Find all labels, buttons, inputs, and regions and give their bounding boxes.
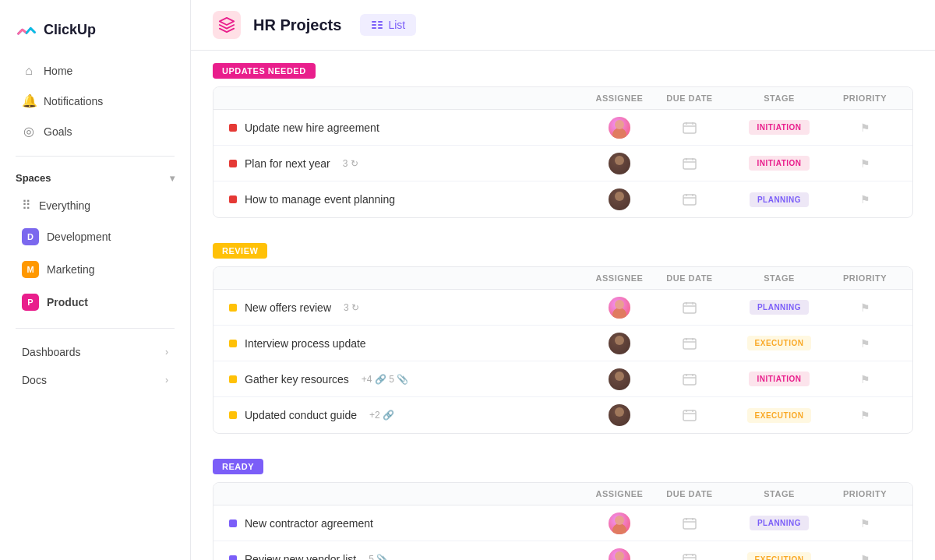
assignee-cell — [588, 548, 651, 560]
task-name-cell: How to manage event planning — [226, 185, 588, 213]
assignee-cell — [588, 117, 651, 139]
due-date-cell[interactable] — [651, 517, 729, 530]
due-date-cell[interactable] — [651, 409, 729, 421]
flag-icon: ⚑ — [860, 122, 870, 134]
priority-cell: ⚑ — [830, 373, 900, 386]
priority-cell: ⚑ — [830, 301, 900, 314]
table-row[interactable]: New offers review 3 ↻ PLANNING ⚑ — [213, 290, 912, 326]
clickup-logo-icon — [16, 19, 37, 41]
sidebar-divider-2 — [16, 328, 175, 329]
sidebar-item-goals[interactable]: ◎ Goals — [6, 117, 184, 146]
svg-rect-22 — [683, 339, 696, 349]
sidebar-item-home[interactable]: ⌂ Home — [6, 57, 184, 85]
review-badge: REVIEW — [213, 243, 267, 259]
spaces-section-header[interactable]: Spaces ▾ — [0, 166, 190, 190]
stage-badge: PLANNING — [750, 300, 809, 315]
sidebar-dashboards-label: Dashboards — [22, 346, 81, 358]
sidebar-item-notifications[interactable]: 🔔 Notifications — [6, 86, 184, 115]
stage-badge: PLANNING — [750, 516, 809, 530]
group-review: REVIEW ASSIGNEE DUE DATE STAGE PRIORITY … — [213, 243, 913, 434]
sidebar: ClickUp ⌂ Home 🔔 Notifications ◎ Goals S… — [0, 0, 191, 560]
priority-dot-yellow — [229, 304, 237, 312]
task-name-cell: New offers review 3 ↻ — [226, 294, 588, 322]
due-date-cell[interactable] — [651, 301, 729, 314]
table-row[interactable]: Update new hire agreement INITIATION ⚑ — [213, 110, 912, 146]
col-task — [226, 267, 588, 289]
list-view-tab[interactable]: List — [360, 14, 416, 36]
task-name-cell: Gather key resources +4 🔗 5 📎 — [226, 365, 588, 393]
main-content: HR Projects List UPDATES NEEDED ASSIGNE — [191, 0, 935, 560]
task-name-cell: Update new hire agreement — [226, 114, 588, 142]
svg-rect-5 — [378, 27, 383, 29]
group-header-review: REVIEW — [213, 243, 913, 259]
task-name: New offers review — [245, 301, 331, 314]
due-date-cell[interactable] — [651, 193, 729, 206]
sidebar-item-development[interactable]: D Development — [6, 221, 184, 252]
svg-rect-30 — [683, 410, 696, 421]
priority-cell: ⚑ — [830, 193, 900, 206]
due-date-cell[interactable] — [651, 337, 729, 350]
col-priority-3: PRIORITY — [830, 483, 900, 505]
priority-dot-blue — [229, 555, 237, 560]
project-icon — [213, 11, 241, 39]
avatar — [609, 548, 630, 560]
top-bar: HR Projects List — [191, 0, 935, 51]
col-due-date-2: DUE DATE — [651, 267, 729, 289]
sidebar-item-marketing[interactable]: M Marketing — [6, 254, 184, 285]
flag-icon: ⚑ — [860, 337, 870, 350]
assignee-cell — [588, 188, 651, 210]
marketing-badge: M — [22, 261, 39, 278]
stage-cell: EXECUTION — [729, 552, 830, 561]
task-name-cell: Review new vendor list 5 📎 — [226, 545, 588, 560]
sidebar-item-notifications-label: Notifications — [44, 95, 103, 107]
group-header-updates: UPDATES NEEDED — [213, 63, 913, 79]
stage-cell: INITIATION — [729, 120, 830, 135]
group-ready: READY ASSIGNEE DUE DATE STAGE PRIORITY N… — [213, 459, 913, 560]
priority-dot-yellow — [229, 340, 237, 347]
sidebar-item-docs[interactable]: Docs › — [6, 367, 184, 393]
chevron-right-icon: › — [165, 347, 168, 357]
stage-badge: INITIATION — [749, 120, 809, 135]
avatar — [609, 117, 630, 139]
due-date-cell[interactable] — [651, 122, 729, 134]
svg-rect-0 — [372, 21, 376, 23]
priority-cell: ⚑ — [830, 337, 900, 350]
ready-badge: READY — [213, 459, 263, 474]
table-row[interactable]: Plan for next year 3 ↻ INITIATION ⚑ — [213, 146, 912, 181]
due-date-cell[interactable] — [651, 553, 729, 560]
sidebar-item-dashboards[interactable]: Dashboards › — [6, 339, 184, 365]
updates-needed-badge: UPDATES NEEDED — [213, 63, 316, 79]
table-row[interactable]: Updated conduct guide +2 🔗 EXECUTION ⚑ — [213, 397, 912, 433]
sidebar-item-development-label: Development — [47, 231, 111, 243]
task-name: Updated conduct guide — [245, 409, 357, 421]
stage-cell: PLANNING — [729, 300, 830, 315]
priority-cell: ⚑ — [830, 517, 900, 530]
stage-badge: EXECUTION — [747, 336, 812, 350]
priority-dot-yellow — [229, 375, 237, 383]
avatar — [609, 188, 630, 210]
col-assignee-1: ASSIGNEE — [588, 87, 651, 109]
app-logo[interactable]: ClickUp — [0, 12, 190, 56]
avatar — [609, 404, 630, 426]
table-row[interactable]: Gather key resources +4 🔗 5 📎 INITIATION… — [213, 361, 912, 397]
flag-icon: ⚑ — [860, 517, 870, 530]
table-row[interactable]: Interview process update EXECUTION ⚑ — [213, 326, 912, 361]
task-name: Plan for next year — [245, 157, 330, 170]
assignee-cell — [588, 333, 651, 354]
stage-cell: INITIATION — [729, 372, 830, 386]
sidebar-item-product[interactable]: P Product — [6, 287, 184, 318]
task-extras: 3 ↻ — [344, 302, 359, 313]
table-row[interactable]: How to manage event planning PLANNING ⚑ — [213, 181, 912, 217]
due-date-cell[interactable] — [651, 373, 729, 386]
priority-dot-red — [229, 195, 237, 203]
col-assignee-2: ASSIGNEE — [588, 267, 651, 289]
sidebar-item-everything[interactable]: ⠿ Everything — [6, 191, 184, 220]
due-date-cell[interactable] — [651, 157, 729, 170]
sidebar-item-product-label: Product — [47, 296, 88, 308]
col-stage-2: STAGE — [729, 267, 830, 289]
spaces-label: Spaces — [16, 172, 51, 184]
table-row[interactable]: New contractor agreement PLANNING ⚑ — [213, 505, 912, 541]
everything-icon: ⠿ — [22, 198, 31, 213]
svg-rect-4 — [378, 24, 383, 26]
table-row[interactable]: Review new vendor list 5 📎 EXECUTION ⚑ — [213, 541, 912, 560]
